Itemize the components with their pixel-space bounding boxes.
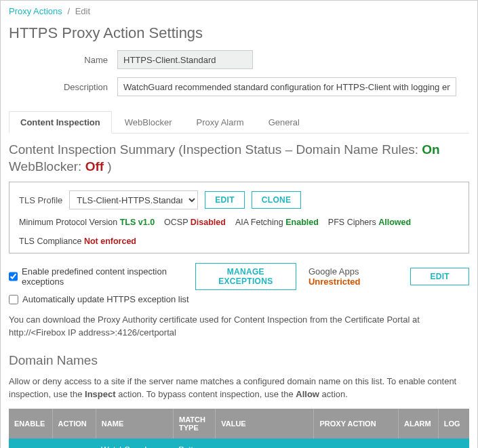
row-name: WatchGuard Services <box>96 439 173 448</box>
tls-profile-label: TLS Profile <box>19 195 62 205</box>
tls-clone-button[interactable]: CLONE <box>252 191 302 209</box>
description-label: Description <box>9 82 117 92</box>
name-label: Name <box>9 55 117 65</box>
tls-status-line: Minimum Protocol Version TLS v1.0 OCSP D… <box>19 218 459 246</box>
tab-general[interactable]: General <box>257 111 311 133</box>
tab-content-inspection[interactable]: Content Inspection <box>9 111 112 134</box>
domain-names-title: Domain Names <box>9 352 469 369</box>
row-proxy: N/A <box>314 439 399 448</box>
google-apps-status: Google Apps Unrestricted <box>308 266 398 287</box>
name-field[interactable] <box>117 50 253 69</box>
auto-update-label[interactable]: Automatically update HTTPS exception lis… <box>9 294 469 304</box>
tab-proxy-alarm[interactable]: Proxy Alarm <box>185 111 256 133</box>
tls-edit-button[interactable]: EDIT <box>205 191 245 209</box>
page-title: HTTPS Proxy Action Settings <box>9 24 469 42</box>
tls-profile-box: TLS Profile TLS-Client-HTTPS.Standard.1 … <box>9 182 469 253</box>
col-header-proxy[interactable]: PROXY ACTION <box>314 409 399 439</box>
row-action: Allow <box>52 439 96 448</box>
breadcrumb-separator: / <box>67 6 70 16</box>
breadcrumb-current: Edit <box>75 6 90 16</box>
col-header-value[interactable]: VALUE <box>216 409 314 439</box>
google-apps-edit-button[interactable]: EDIT <box>410 268 469 285</box>
auto-update-checkbox[interactable] <box>9 295 18 304</box>
col-header-log[interactable]: LOG <box>438 409 469 439</box>
col-header-name[interactable]: NAME <box>96 409 173 439</box>
cert-portal-info: You can download the Proxy Authority cer… <box>9 314 469 338</box>
tab-webblocker[interactable]: WebBlocker <box>113 111 184 133</box>
enable-exceptions-checkbox[interactable] <box>9 272 18 281</box>
table-row[interactable]: AllowWatchGuard ServicesPattern Match*.w… <box>9 439 469 448</box>
domain-names-description: Allow or deny access to a site if the se… <box>9 375 469 400</box>
enable-exceptions-label[interactable]: Enable predefined content inspection exc… <box>9 266 183 287</box>
row-value: *.watchguard.com <box>216 439 314 448</box>
domain-rules-status: On <box>422 142 439 157</box>
description-field[interactable] <box>117 77 456 96</box>
col-header-action[interactable]: ACTION <box>52 409 96 439</box>
tabs: Content Inspection WebBlocker Proxy Alar… <box>9 111 469 134</box>
domain-names-table: ENABLE ACTION NAME MATCH TYPE VALUE PROX… <box>9 409 469 448</box>
col-header-enable[interactable]: ENABLE <box>9 409 52 439</box>
tls-profile-select[interactable]: TLS-Client-HTTPS.Standard.1 <box>69 190 198 209</box>
webblocker-status: Off <box>85 159 104 174</box>
manage-exceptions-button[interactable]: MANAGE EXCEPTIONS <box>195 263 296 290</box>
row-match: Pattern Match <box>173 439 215 448</box>
breadcrumb: Proxy Actions / Edit <box>9 6 469 16</box>
col-header-match[interactable]: MATCH TYPE <box>173 409 215 439</box>
breadcrumb-root[interactable]: Proxy Actions <box>9 6 62 16</box>
col-header-alarm[interactable]: ALARM <box>398 409 438 439</box>
inspection-summary-title: Content Inspection Summary (Inspection S… <box>9 142 469 175</box>
